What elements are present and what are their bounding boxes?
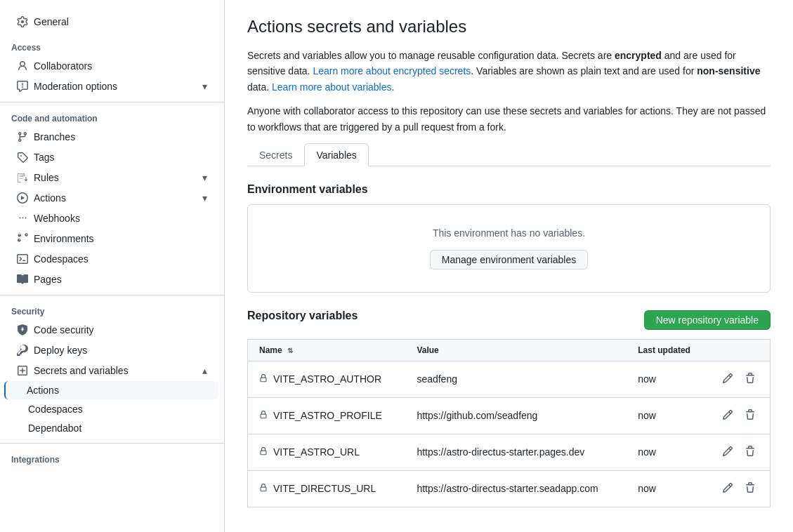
row-actions bbox=[708, 470, 771, 507]
env-empty-text: This environment has no variables. bbox=[270, 227, 747, 239]
sidebar-item-branches[interactable]: Branches bbox=[6, 127, 218, 147]
delete-button[interactable] bbox=[742, 479, 759, 498]
name-cell: VITE_ASTRO_PROFILE bbox=[248, 397, 406, 434]
sidebar-item-general[interactable]: General bbox=[6, 12, 218, 32]
variable-name: VITE_DIRECTUS_URL bbox=[273, 483, 376, 494]
table-row: VITE_ASTRO_URL https://astro-directus-st… bbox=[248, 434, 771, 470]
description-line2: Anyone with collaborator access to this … bbox=[247, 103, 771, 135]
delete-button[interactable] bbox=[742, 370, 759, 389]
tab-secrets[interactable]: Secrets bbox=[247, 143, 304, 166]
sidebar-item-collaborators[interactable]: Collaborators bbox=[6, 56, 218, 76]
new-repository-variable-button[interactable]: New repository variable bbox=[644, 310, 771, 330]
variables-table-body: VITE_ASTRO_AUTHOR seadfeng now VITE_ASTR… bbox=[248, 361, 771, 507]
learn-more-variables-link[interactable]: Learn more about variables bbox=[272, 81, 391, 93]
sidebar-item-tags[interactable]: Tags bbox=[6, 147, 218, 167]
row-actions bbox=[708, 434, 771, 470]
value-cell: seadfeng bbox=[405, 361, 627, 397]
sidebar-item-codespaces[interactable]: Codespaces bbox=[6, 249, 218, 269]
edit-button[interactable] bbox=[719, 443, 736, 462]
sidebar-item-webhooks[interactable]: Webhooks bbox=[6, 208, 218, 228]
tab-variables[interactable]: Variables bbox=[304, 143, 368, 166]
variables-table: Name ⇅ Value Last updated VITE_ASTRO_AUT… bbox=[247, 339, 771, 507]
code-security-label: Code security bbox=[34, 324, 94, 335]
actions-sub-label: Actions bbox=[27, 385, 59, 396]
codespaces-label: Codespaces bbox=[34, 253, 89, 265]
sidebar-sub-item-actions[interactable]: Actions bbox=[4, 381, 218, 399]
lock-icon bbox=[259, 447, 268, 458]
rules-icon bbox=[17, 172, 28, 183]
sidebar-item-deploy-keys[interactable]: Deploy keys bbox=[6, 340, 218, 360]
page-title: Actions secrets and variables bbox=[247, 17, 771, 36]
dependabot-sub-label: Dependabot bbox=[28, 423, 81, 434]
tags-label: Tags bbox=[34, 152, 55, 163]
edit-button[interactable] bbox=[719, 406, 736, 425]
sort-icon: ⇅ bbox=[287, 347, 293, 354]
security-section-label: Security bbox=[0, 301, 224, 319]
pages-icon bbox=[17, 274, 28, 285]
chevron-down-icon-actions: ▾ bbox=[202, 192, 207, 204]
actions-label: Actions bbox=[34, 192, 66, 204]
learn-more-secrets-link[interactable]: Learn more about encrypted secrets bbox=[313, 65, 471, 77]
repository-variables-section: Repository variables New repository vari… bbox=[247, 310, 771, 507]
environment-variables-title: Environment variables bbox=[247, 183, 771, 196]
squareplus-icon bbox=[17, 365, 28, 376]
sidebar-item-code-security[interactable]: Code security bbox=[6, 320, 218, 340]
code-automation-label: Code and automation bbox=[0, 108, 224, 126]
sidebar-sub-item-codespaces[interactable]: Codespaces bbox=[6, 400, 218, 418]
sidebar-item-environments[interactable]: Environments bbox=[6, 229, 218, 248]
lock-icon bbox=[259, 411, 268, 421]
security-section: Security Code security Deploy keys Secre… bbox=[0, 301, 224, 437]
integrations-section: Integrations bbox=[0, 449, 224, 467]
env-empty-state: This environment has no variables. Manag… bbox=[248, 205, 770, 292]
description-line1: Secrets and variables allow you to manag… bbox=[247, 48, 771, 95]
edit-button[interactable] bbox=[719, 370, 736, 389]
environment-icon bbox=[17, 233, 28, 244]
sidebar-item-actions[interactable]: Actions ▾ bbox=[6, 188, 218, 208]
sidebar-item-pages[interactable]: Pages bbox=[6, 270, 218, 289]
table-row: VITE_ASTRO_PROFILE https://github.com/se… bbox=[248, 397, 771, 434]
chevron-up-icon: ▴ bbox=[202, 365, 207, 376]
sidebar-item-rules[interactable]: Rules ▾ bbox=[6, 168, 218, 187]
sidebar-item-secrets-variables[interactable]: Secrets and variables ▴ bbox=[6, 361, 218, 380]
edit-button[interactable] bbox=[719, 479, 736, 498]
delete-button[interactable] bbox=[742, 443, 759, 462]
sidebar-sub-item-dependabot[interactable]: Dependabot bbox=[6, 419, 218, 437]
lock-icon bbox=[259, 374, 268, 385]
delete-button[interactable] bbox=[742, 406, 759, 425]
table-row: VITE_ASTRO_AUTHOR seadfeng now bbox=[248, 361, 771, 397]
person-icon bbox=[17, 60, 28, 72]
access-section: Access Collaborators Moderation options … bbox=[0, 37, 224, 96]
value-cell: https://astro-directus-starter.seadapp.c… bbox=[405, 470, 627, 507]
name-cell: VITE_ASTRO_URL bbox=[248, 434, 406, 470]
manage-env-variables-button[interactable]: Manage environment variables bbox=[430, 250, 588, 270]
lock-icon bbox=[259, 484, 268, 494]
variable-name: VITE_ASTRO_AUTHOR bbox=[273, 373, 381, 385]
row-actions bbox=[708, 361, 771, 397]
key-icon bbox=[17, 345, 28, 356]
repo-variables-title: Repository variables bbox=[247, 310, 358, 322]
shield-icon bbox=[17, 324, 28, 335]
last-updated-column-header: Last updated bbox=[627, 339, 708, 361]
sidebar-item-moderation[interactable]: Moderation options ▾ bbox=[6, 77, 218, 96]
branches-label: Branches bbox=[34, 131, 75, 142]
tag-icon bbox=[17, 152, 28, 163]
integrations-label: Integrations bbox=[0, 449, 224, 467]
sidebar-general-label: General bbox=[34, 16, 69, 27]
variable-name: VITE_ASTRO_URL bbox=[273, 446, 360, 458]
codespaces-sub-label: Codespaces bbox=[28, 404, 83, 415]
tabs: Secrets Variables bbox=[247, 143, 771, 166]
name-cell: VITE_ASTRO_AUTHOR bbox=[248, 361, 406, 397]
rules-label: Rules bbox=[34, 172, 59, 183]
access-section-label: Access bbox=[0, 37, 224, 55]
gear-icon bbox=[17, 16, 28, 27]
last-updated-cell: now bbox=[627, 397, 708, 434]
environment-variables-section: Environment variables This environment h… bbox=[247, 183, 771, 293]
chevron-down-icon: ▾ bbox=[202, 81, 207, 92]
table-header: Name ⇅ Value Last updated bbox=[248, 339, 771, 361]
report-icon bbox=[17, 81, 28, 92]
value-column-header: Value bbox=[405, 339, 627, 361]
name-column-header: Name ⇅ bbox=[248, 339, 406, 361]
name-cell: VITE_DIRECTUS_URL bbox=[248, 470, 406, 507]
collaborators-label: Collaborators bbox=[34, 60, 92, 72]
branch-icon bbox=[17, 131, 28, 142]
